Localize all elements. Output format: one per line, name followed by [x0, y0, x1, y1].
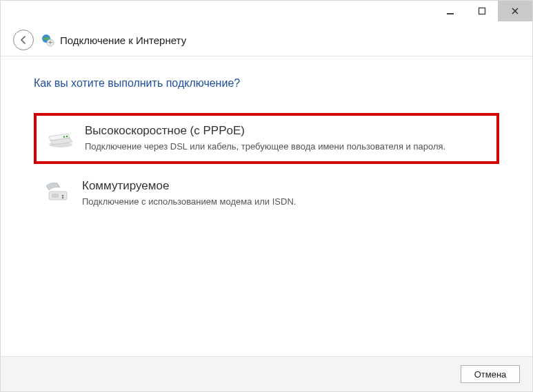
svg-rect-0 — [447, 13, 454, 14]
option-pppoe[interactable]: Высокоскоростное (с PPPoE) Подключение ч… — [34, 113, 499, 164]
option-dialup-text: Коммутируемое Подключение с использовани… — [82, 179, 490, 208]
titlebar — [1, 1, 532, 21]
svg-rect-10 — [52, 194, 59, 198]
back-button[interactable] — [13, 30, 34, 50]
maximize-button[interactable] — [466, 1, 498, 21]
svg-point-11 — [62, 194, 64, 196]
arrow-left-icon — [19, 35, 28, 45]
close-icon — [511, 7, 519, 15]
option-pppoe-desc: Подключение через DSL или кабель, требую… — [85, 141, 487, 153]
modem-icon — [46, 125, 75, 149]
maximize-icon — [478, 7, 486, 15]
option-dialup-title: Коммутируемое — [82, 179, 490, 193]
svg-point-8 — [63, 136, 65, 137]
header: Подключение к Интернету — [1, 21, 532, 56]
phone-modem-icon — [43, 180, 72, 204]
prompt-heading: Как вы хотите выполнить подключение? — [34, 77, 499, 90]
svg-point-7 — [66, 136, 68, 137]
dialog-window: Подключение к Интернету Как вы хотите вы… — [0, 0, 533, 392]
footer: Отмена — [1, 356, 532, 391]
cancel-button[interactable]: Отмена — [461, 365, 520, 383]
content-area: Как вы хотите выполнить подключение? Выс… — [1, 56, 532, 216]
header-title-group: Подключение к Интернету — [41, 33, 186, 47]
globe-network-icon — [41, 33, 54, 47]
close-button[interactable] — [498, 1, 532, 21]
svg-point-12 — [62, 196, 64, 198]
option-pppoe-title: Высокоскоростное (с PPPoE) — [85, 124, 487, 138]
option-pppoe-text: Высокоскоростное (с PPPoE) Подключение ч… — [85, 124, 487, 153]
minimize-button[interactable] — [434, 1, 466, 21]
option-dialup[interactable]: Коммутируемое Подключение с использовани… — [34, 171, 499, 216]
svg-rect-1 — [479, 8, 485, 14]
window-title: Подключение к Интернету — [60, 34, 186, 46]
minimize-icon — [446, 7, 454, 15]
svg-rect-5 — [50, 41, 51, 45]
option-dialup-desc: Подключение с использованием модема или … — [82, 196, 490, 208]
